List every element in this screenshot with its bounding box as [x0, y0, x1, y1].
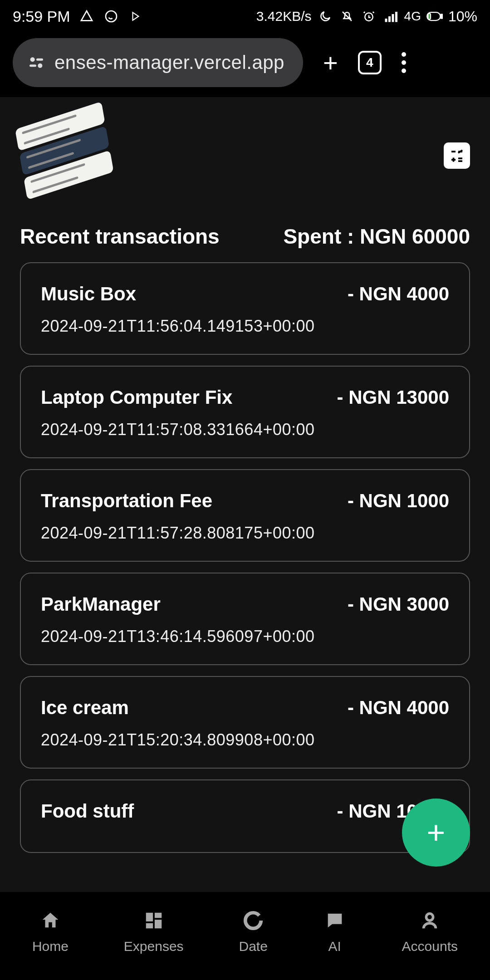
svg-rect-12 — [29, 64, 36, 67]
status-time: 9:59 PM — [13, 8, 70, 25]
user-icon — [418, 909, 441, 932]
nav-date[interactable]: Date — [239, 909, 267, 954]
add-transaction-fab[interactable]: + — [402, 799, 470, 867]
transaction-card[interactable]: Laptop Computer Fix - NGN 13000 2024-09-… — [20, 366, 470, 458]
app-header — [0, 97, 490, 224]
play-icon — [127, 8, 144, 24]
svg-rect-4 — [392, 14, 394, 22]
svg-rect-10 — [36, 59, 43, 61]
recent-transactions-label: Recent transactions — [20, 224, 220, 249]
new-tab-button[interactable]: + — [323, 48, 338, 78]
nav-label: Accounts — [402, 939, 458, 954]
tab-switcher[interactable]: 4 — [358, 51, 382, 74]
transaction-date: 2024-09-21T11:56:04.149153+00:00 — [41, 317, 449, 336]
url-text: enses-manager.vercel.app — [54, 52, 284, 74]
svg-point-17 — [245, 913, 261, 929]
plus-icon: + — [427, 814, 446, 851]
transaction-card[interactable]: Food stuff - NGN 10000 — [20, 779, 470, 853]
url-bar[interactable]: enses-manager.vercel.app — [13, 38, 303, 87]
browser-bar: enses-manager.vercel.app + 4 — [0, 33, 490, 93]
nav-label: Date — [239, 939, 267, 954]
transaction-card[interactable]: ParkManager - NGN 3000 2024-09-21T13:46:… — [20, 573, 470, 665]
svg-rect-7 — [441, 15, 442, 19]
transaction-list: Music Box - NGN 4000 2024-09-21T11:56:04… — [0, 262, 490, 853]
home-icon — [39, 909, 62, 932]
status-network: 4G — [404, 9, 421, 24]
transaction-amount: - NGN 4000 — [348, 283, 449, 305]
nav-label: AI — [328, 939, 341, 954]
signal-icon — [382, 8, 399, 24]
transaction-amount: - NGN 1000 — [348, 490, 449, 512]
transaction-date: 2024-09-21T11:57:08.331664+00:00 — [41, 420, 449, 439]
moon-icon — [317, 8, 333, 24]
battery-icon — [426, 8, 443, 24]
ring-icon — [241, 909, 265, 932]
more-menu-button[interactable] — [402, 52, 406, 73]
app-content: Recent transactions Spent : NGN 60000 Mu… — [0, 97, 490, 892]
transaction-date: 2024-09-21T13:46:14.596097+00:00 — [41, 627, 449, 646]
grid-icon — [142, 909, 166, 932]
status-bar: 9:59 PM 3.42KB/s 4G 10% — [0, 0, 490, 33]
transaction-title: Music Box — [41, 283, 136, 305]
svg-rect-13 — [146, 913, 152, 921]
transaction-title: Ice cream — [41, 697, 129, 719]
status-speed: 3.42KB/s — [256, 9, 312, 24]
transaction-title: Food stuff — [41, 800, 134, 822]
transaction-title: ParkManager — [41, 593, 161, 615]
svg-point-0 — [106, 11, 117, 22]
transaction-title: Transportation Fee — [41, 490, 212, 512]
svg-rect-2 — [385, 19, 387, 22]
nav-label: Home — [32, 939, 69, 954]
nav-ai[interactable]: AI — [323, 909, 347, 954]
status-left: 9:59 PM — [13, 8, 144, 25]
svg-rect-3 — [388, 16, 391, 22]
transaction-title: Laptop Computer Fix — [41, 387, 232, 408]
nav-expenses[interactable]: Expenses — [124, 909, 184, 954]
nav-accounts[interactable]: Accounts — [402, 909, 458, 954]
transaction-date: 2024-09-21T15:20:34.809908+00:00 — [41, 730, 449, 750]
summary-row: Recent transactions Spent : NGN 60000 — [0, 224, 490, 262]
transaction-amount: - NGN 4000 — [348, 697, 449, 719]
transaction-card[interactable]: Transportation Fee - NGN 1000 2024-09-21… — [20, 469, 470, 562]
status-right: 3.42KB/s 4G 10% — [256, 8, 477, 25]
transaction-card[interactable]: Music Box - NGN 4000 2024-09-21T11:56:04… — [20, 262, 470, 355]
transaction-amount: - NGN 13000 — [337, 387, 449, 408]
spent-total: Spent : NGN 60000 — [283, 224, 470, 249]
svg-rect-16 — [146, 923, 152, 929]
tab-count: 4 — [366, 55, 373, 70]
svg-rect-15 — [155, 920, 162, 928]
nav-home[interactable]: Home — [32, 909, 69, 954]
transaction-date: 2024-09-21T11:57:28.808175+00:00 — [41, 524, 449, 543]
app-logo[interactable] — [15, 102, 116, 211]
svg-rect-14 — [155, 913, 162, 918]
alarm-icon — [361, 8, 377, 24]
status-battery: 10% — [448, 8, 477, 25]
triangle-icon — [78, 8, 95, 24]
bell-off-icon — [339, 8, 355, 24]
transaction-amount: - NGN 3000 — [348, 593, 449, 615]
svg-point-18 — [426, 914, 433, 921]
svg-rect-8 — [428, 13, 431, 20]
svg-point-11 — [38, 64, 42, 68]
bottom-nav: Home Expenses Date AI Accounts — [0, 892, 490, 980]
whatsapp-icon — [103, 8, 119, 24]
transaction-card[interactable]: Ice cream - NGN 4000 2024-09-21T15:20:34… — [20, 676, 470, 769]
calculator-button[interactable] — [444, 142, 470, 169]
nav-label: Expenses — [124, 939, 184, 954]
svg-point-9 — [30, 57, 35, 62]
svg-rect-5 — [395, 12, 397, 22]
site-settings-icon[interactable] — [27, 54, 45, 72]
chat-icon — [323, 909, 347, 932]
